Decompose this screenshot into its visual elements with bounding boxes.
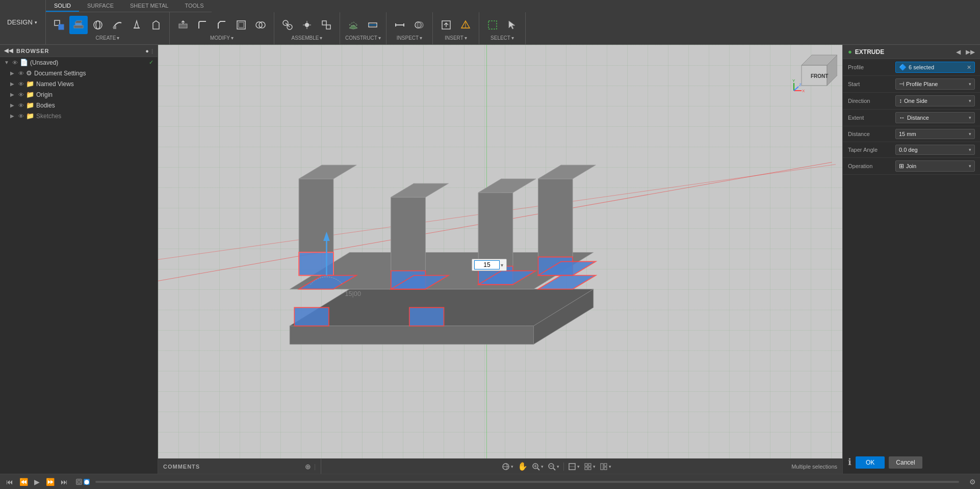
- collapse-browser-icon[interactable]: ◀◀: [4, 47, 13, 54]
- create-label[interactable]: CREATE ▾: [96, 35, 120, 41]
- offset-plane-icon[interactable]: [344, 16, 363, 34]
- extrude-operation-value[interactable]: ⊞ Join ▾: [895, 160, 975, 172]
- view-layout-tool[interactable]: ▾: [600, 463, 611, 471]
- zoom-out-tool[interactable]: ▾: [548, 463, 559, 471]
- rigid-group-icon[interactable]: [317, 16, 336, 34]
- box-select-icon[interactable]: [483, 16, 502, 34]
- tab-tools[interactable]: TOOLS: [176, 0, 212, 12]
- timeline-skip-start-icon[interactable]: ⏮: [4, 477, 15, 487]
- named-views-visibility-icon[interactable]: 👁: [18, 81, 24, 87]
- grid-dropdown[interactable]: ▾: [593, 464, 596, 469]
- root-visibility-icon[interactable]: 👁: [12, 60, 18, 66]
- svg-point-5: [94, 21, 102, 29]
- tab-sheet-metal[interactable]: SHEET METAL: [122, 0, 176, 12]
- fillet-icon[interactable]: [193, 16, 212, 34]
- display-mode-dropdown[interactable]: ▾: [577, 464, 580, 469]
- display-mode-tool[interactable]: ▾: [568, 463, 580, 471]
- midplane-icon[interactable]: [364, 16, 382, 34]
- browser-item-doc-settings[interactable]: ▶ 👁 ⚙ Document Settings: [0, 68, 158, 78]
- named-views-toggle[interactable]: ▶: [10, 81, 16, 87]
- create-group: CREATE ▾: [46, 12, 170, 44]
- extrude-collapse-icon[interactable]: ◀: [956, 48, 961, 56]
- new-joint-icon[interactable]: [278, 16, 297, 34]
- timeline-prev-icon[interactable]: ⏪: [17, 477, 30, 487]
- modify-label[interactable]: MODIFY ▾: [210, 35, 234, 41]
- extrude-direction-value[interactable]: ↕ One Side ▾: [895, 95, 975, 106]
- timeline-marker-2[interactable]: ⬤: [84, 479, 90, 485]
- timeline-marker-1[interactable]: ⬡: [76, 479, 82, 485]
- browser-item-bodies[interactable]: ▶ 👁 📁 Bodies: [0, 100, 158, 111]
- sketches-visibility-icon[interactable]: 👁: [18, 113, 24, 119]
- extrude-cancel-button[interactable]: Cancel: [889, 456, 922, 469]
- zoom-dropdown[interactable]: ▾: [541, 464, 544, 469]
- browser-item-sketches[interactable]: ▶ 👁 📁 Sketches: [0, 111, 158, 121]
- sweep-icon[interactable]: [108, 16, 126, 34]
- inspect-label[interactable]: INSPECT ▾: [397, 35, 422, 41]
- timeline-track[interactable]: [95, 481, 959, 483]
- revolve-icon[interactable]: [89, 16, 107, 34]
- cursor-icon[interactable]: [503, 16, 521, 34]
- zoom-tool[interactable]: ▾: [532, 463, 544, 471]
- orbit-dropdown[interactable]: ▾: [511, 464, 513, 469]
- dimension-dropdown-arrow[interactable]: ▾: [500, 262, 504, 268]
- grid-tool[interactable]: ▾: [584, 463, 596, 471]
- root-toggle[interactable]: ▼: [4, 60, 10, 65]
- combine-icon[interactable]: [251, 16, 270, 34]
- pan-tool[interactable]: ✋: [518, 461, 528, 471]
- assemble-label[interactable]: ASSEMBLE ▾: [292, 35, 323, 41]
- timeline-next-icon[interactable]: ⏩: [44, 477, 57, 487]
- dimension-input[interactable]: [474, 260, 500, 269]
- loft-icon[interactable]: [127, 16, 146, 34]
- browser-settings-icon[interactable]: ●: [145, 48, 149, 54]
- browser-item-named-views[interactable]: ▶ 👁 📁 Named Views: [0, 78, 158, 89]
- view-layout-dropdown[interactable]: ▾: [609, 464, 611, 469]
- design-button[interactable]: DESIGN ▾: [0, 0, 46, 44]
- doc-settings-toggle[interactable]: ▶: [10, 70, 16, 76]
- select-label[interactable]: SELECT ▾: [491, 35, 514, 41]
- insert-mesh-icon[interactable]: [456, 16, 475, 34]
- measure-icon[interactable]: [391, 16, 409, 34]
- insert-label[interactable]: INSERT ▾: [445, 35, 467, 41]
- construct-label[interactable]: CONSTRUCT ▾: [345, 35, 381, 41]
- extrude-profile-value[interactable]: 🔷 6 selected ✕: [895, 62, 975, 73]
- named-views-label: Named Views: [36, 80, 153, 88]
- extrude-icon[interactable]: [69, 16, 88, 34]
- modify-group: MODIFY ▾: [170, 12, 274, 44]
- shell-icon[interactable]: [232, 16, 250, 34]
- viewport[interactable]: 15|00 ▾ FRONT X Y: [158, 45, 842, 474]
- origin-toggle[interactable]: ▶: [10, 92, 16, 97]
- timeline-play-icon[interactable]: ▶: [32, 477, 42, 487]
- extrude-distance-value[interactable]: 15 mm ▾: [895, 129, 975, 139]
- dimension-input-container[interactable]: ▾: [472, 259, 507, 271]
- bodies-visibility-icon[interactable]: 👁: [18, 102, 24, 108]
- chamfer-icon[interactable]: [213, 16, 231, 34]
- profile-close-icon[interactable]: ✕: [967, 64, 971, 71]
- orbit-tool[interactable]: ▾: [502, 463, 513, 471]
- extrude-expand-icon[interactable]: ▶▶: [966, 48, 975, 56]
- assemble-group: ASSEMBLE ▾: [274, 12, 340, 44]
- extrude-taper-value[interactable]: 0.0 deg ▾: [895, 145, 975, 155]
- comments-add-icon[interactable]: ⊕: [305, 463, 311, 471]
- joint-origin-icon[interactable]: [298, 16, 316, 34]
- browser-item-root[interactable]: ▼ 👁 📄 (Unsaved) ✓: [0, 57, 158, 68]
- new-component-icon[interactable]: [50, 16, 68, 34]
- interference-icon[interactable]: [410, 16, 428, 34]
- bodies-toggle[interactable]: ▶: [10, 102, 16, 108]
- zoom-out-dropdown[interactable]: ▾: [557, 464, 559, 469]
- origin-visibility-icon[interactable]: 👁: [18, 92, 24, 98]
- browser-item-origin[interactable]: ▶ 👁 📁 Origin: [0, 89, 158, 100]
- tab-surface[interactable]: SURFACE: [79, 0, 122, 12]
- press-pull-icon[interactable]: [174, 16, 192, 34]
- sketches-toggle[interactable]: ▶: [10, 113, 16, 119]
- tab-solid[interactable]: SOLID: [46, 0, 79, 12]
- rib-icon[interactable]: [147, 16, 165, 34]
- extrude-footer-info-icon[interactable]: ℹ: [848, 456, 852, 469]
- insert-svg-icon[interactable]: [437, 16, 455, 34]
- timeline-settings-icon[interactable]: ⚙: [969, 478, 976, 486]
- extrude-start-value[interactable]: ⊣ Profile Plane ▾: [895, 78, 975, 90]
- extrude-extent-value[interactable]: ↔ Distance ▾: [895, 112, 975, 123]
- nav-cube[interactable]: FRONT X Y Z: [791, 50, 837, 96]
- timeline-skip-end-icon[interactable]: ⏭: [59, 477, 70, 487]
- doc-settings-visibility-icon[interactable]: 👁: [18, 70, 24, 76]
- extrude-ok-button[interactable]: OK: [856, 456, 885, 469]
